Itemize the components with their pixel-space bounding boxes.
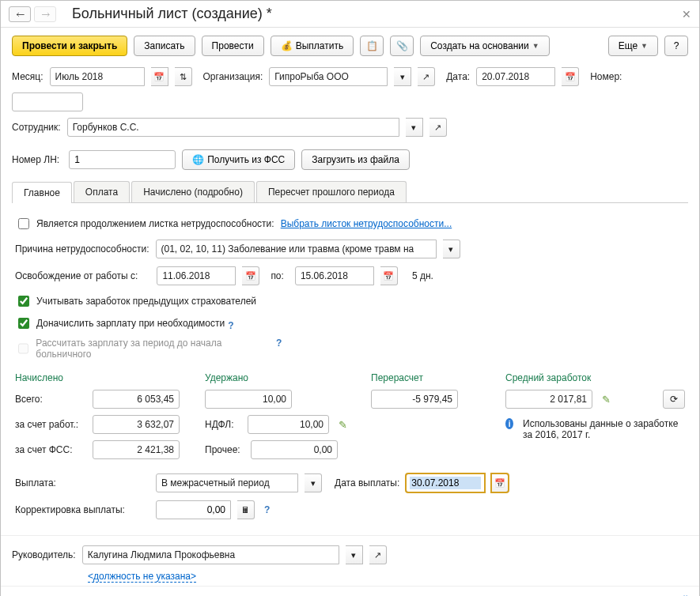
include-prev-checkbox[interactable]: Учитывать заработок предыдущих страховат… [15, 293, 256, 309]
attach-icon-button[interactable]: 📎 [390, 36, 414, 56]
nav-back[interactable]: 🡐 [9, 6, 31, 22]
get-from-fss-button[interactable]: 🌐Получить из ФСС [182, 149, 295, 170]
chevron-down-icon: ▼ [532, 42, 539, 50]
other-label: Прочее: [205, 444, 244, 455]
more-button[interactable]: Еще▼ [608, 36, 658, 56]
to-label: по: [271, 270, 284, 281]
cause-field[interactable] [160, 243, 433, 255]
post-and-close-button[interactable]: Провести и закрыть [12, 36, 127, 56]
dropdown-icon[interactable]: ▾ [305, 473, 322, 492]
total-label: Всего: [15, 394, 86, 405]
open-icon[interactable]: ↗ [418, 67, 435, 86]
month-field[interactable] [54, 70, 141, 83]
date-field[interactable] [480, 70, 551, 83]
date-from-field[interactable] [161, 270, 232, 282]
employer-label: за счет работ.: [15, 419, 86, 430]
cause-label: Причина нетрудоспособности: [15, 243, 149, 255]
tab-payment[interactable]: Оплата [74, 181, 130, 202]
continuation-checkbox[interactable]: Является продолжением листка нетрудоспос… [15, 216, 274, 232]
date-label: Дата: [446, 71, 470, 82]
ln-field[interactable] [73, 153, 172, 166]
other-field[interactable] [255, 443, 334, 456]
employer-field[interactable] [96, 418, 176, 431]
ln-label: Номер ЛН: [12, 154, 59, 165]
tab-accrued[interactable]: Начислено (подробно) [131, 181, 255, 202]
chevron-down-icon: ▼ [641, 42, 648, 50]
payment-date-field[interactable] [410, 477, 481, 489]
dropdown-icon[interactable]: ▾ [346, 545, 363, 564]
help-icon[interactable]: ? [228, 320, 233, 331]
load-from-file-button[interactable]: Загрузить из файла [301, 149, 410, 170]
edit-icon[interactable]: ✎ [602, 394, 611, 406]
open-icon[interactable]: ↗ [429, 118, 447, 137]
help-icon[interactable]: ? [264, 504, 270, 515]
calendar-icon[interactable]: 📅 [242, 266, 259, 285]
open-icon[interactable]: ↗ [369, 545, 387, 564]
manager-field[interactable] [86, 549, 335, 561]
num-label: Номер: [590, 71, 622, 82]
withheld-total-field[interactable] [209, 393, 288, 406]
avg-header: Средний заработок [505, 372, 685, 383]
calendar-icon[interactable]: 📅 [151, 67, 168, 86]
ndfl-field[interactable] [252, 418, 325, 431]
position-link[interactable]: <должность не указана> [88, 571, 196, 583]
correction-label: Корректировка выплаты: [15, 504, 149, 515]
ndfl-label: НДФЛ: [205, 419, 241, 430]
recalc-salary-checkbox[interactable]: Доначислить зарплату при необходимости [15, 315, 225, 331]
fss-field[interactable] [96, 443, 176, 456]
total-field[interactable] [96, 393, 176, 406]
recalc-field[interactable] [375, 393, 454, 406]
month-label: Месяц: [12, 71, 44, 82]
correction-field[interactable] [160, 504, 227, 516]
dropdown-icon[interactable]: ▾ [394, 67, 411, 86]
days-label: 5 дн. [412, 270, 433, 281]
spin-up-down-icon[interactable]: ⇅ [175, 67, 192, 86]
window-title: Больничный лист (создание) * [72, 6, 682, 22]
globe-icon: 🌐 [192, 154, 204, 165]
employee-field[interactable] [71, 121, 395, 134]
calendar-icon[interactable]: 📅 [491, 473, 509, 492]
calendar-icon[interactable]: 📅 [562, 67, 579, 86]
release-label: Освобождение от работы с: [15, 270, 138, 281]
recalc-prior-checkbox: Рассчитать зарплату за период до начала … [15, 338, 268, 360]
date-to-field[interactable] [299, 270, 370, 282]
avg-field[interactable] [509, 393, 588, 406]
report-icon-button[interactable]: 📋 [360, 36, 384, 56]
tab-main[interactable]: Главное [12, 182, 72, 203]
manager-label: Руководитель: [12, 549, 76, 560]
payment-mode-field[interactable] [160, 477, 294, 489]
post-button[interactable]: Провести [202, 36, 264, 56]
choose-ln-link[interactable]: Выбрать листок нетрудоспособности... [281, 218, 452, 229]
org-label: Организация: [203, 71, 263, 82]
calendar-icon[interactable]: 📅 [380, 266, 398, 285]
dropdown-icon[interactable]: ▾ [443, 240, 460, 258]
payment-label: Выплата: [15, 477, 149, 488]
close-icon[interactable]: ✕ [682, 8, 691, 21]
pay-button[interactable]: 💰Выплатить [271, 36, 354, 56]
create-based-button[interactable]: Создать на основании▼ [420, 36, 549, 56]
coins-icon: 💰 [281, 40, 293, 51]
help-icon[interactable]: ? [276, 338, 282, 349]
payment-date-label: Дата выплаты: [335, 477, 399, 488]
info-icon: i [505, 418, 513, 429]
fss-label: за счет ФСС: [15, 444, 86, 455]
recalc-header: Перерасчет [371, 372, 482, 383]
dropdown-icon[interactable]: ▾ [406, 118, 423, 137]
withheld-header: Удержано [205, 372, 347, 383]
refresh-icon[interactable]: ⟳ [663, 390, 685, 409]
num-field[interactable] [16, 96, 79, 108]
help-button[interactable]: ? [664, 36, 688, 56]
write-button[interactable]: Записать [134, 36, 195, 56]
org-field[interactable] [273, 70, 384, 83]
accrued-header: Начислено [15, 372, 181, 383]
employee-label: Сотрудник: [12, 122, 61, 133]
edit-icon[interactable]: ✎ [339, 419, 347, 431]
nav-forward[interactable]: 🡒 [34, 6, 56, 22]
tab-recalc[interactable]: Пересчет прошлого периода [256, 181, 407, 202]
calc-icon[interactable]: 🖩 [237, 500, 255, 519]
info-text: Использованы данные о заработке за 2016,… [523, 418, 685, 440]
